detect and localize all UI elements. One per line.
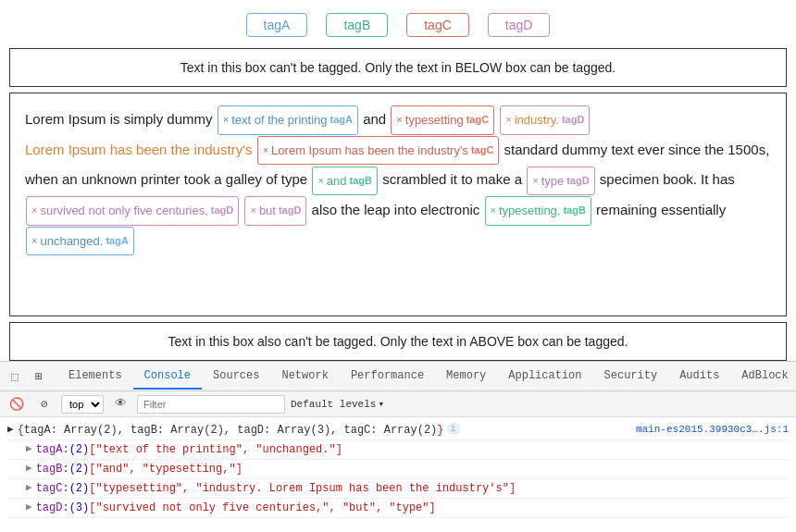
inline-tag-type-d[interactable]: × type tagD — [527, 167, 594, 195]
info-box-bottom: Text in this box also can't be tagged. O… — [9, 322, 787, 361]
tag-btn-b[interactable]: tagB — [326, 13, 388, 37]
source-link-main[interactable]: main-es2015.39930c3….js:1 — [636, 422, 789, 438]
console-line-tagc: ▶ tagC : (2) ["typesetting", "industry. … — [7, 479, 789, 499]
remove-tag-printing-a[interactable]: × — [223, 109, 229, 130]
remove-tag-survived-d[interactable]: × — [31, 200, 37, 221]
inline-tag-printing-a[interactable]: × text of the printing tagA — [218, 105, 358, 134]
tag-text-but: but — [259, 198, 276, 223]
tab-application[interactable]: Application — [497, 364, 592, 390]
colon-tagd: : — [62, 500, 68, 516]
default-levels-label: Default levels — [291, 399, 376, 410]
colon-tagb: : — [62, 461, 68, 477]
expand-arrow-tagc[interactable]: ▶ — [26, 480, 32, 496]
remove-tag-type-d[interactable]: × — [532, 170, 538, 192]
text-also-the: also the leap into electronic — [312, 202, 484, 217]
filter-input[interactable] — [137, 395, 285, 414]
info-box-bottom-text: Text in this box also can't be tagged. O… — [168, 334, 628, 349]
remove-tag-lorem-c[interactable]: × — [263, 140, 268, 161]
key-tagd: tagD — [36, 500, 63, 516]
num-tagb: (2) — [69, 461, 90, 477]
colon-taga: : — [62, 441, 68, 458]
tab-audits[interactable]: Audits — [668, 364, 730, 390]
remove-tag-unchanged-a[interactable]: × — [31, 230, 37, 252]
info-icon: i — [447, 422, 460, 435]
devtools-panel: ⬚ ⊞ Elements Console Sources Network Per… — [0, 361, 796, 532]
inline-tag-survived-d[interactable]: × survived not only five centuries, tagD — [26, 196, 239, 225]
console-line-tagd: ▶ tagD : (3) ["survived not only five ce… — [7, 499, 789, 518]
val-tagc: ["typesetting", "industry. Lorem Ipsum h… — [89, 480, 516, 497]
clear-console-icon[interactable]: 🚫 — [6, 393, 28, 415]
expand-arrow-taga[interactable]: ▶ — [26, 441, 32, 457]
info-box-top-text: Text in this box can't be tagged. Only t… — [180, 60, 616, 75]
tag-text-typesetting1: typesetting — [405, 107, 464, 132]
tab-security[interactable]: Security — [593, 364, 669, 390]
expand-arrow-tagd[interactable]: ▶ — [26, 500, 32, 515]
tab-memory[interactable]: Memory — [435, 364, 497, 390]
inline-tag-typesetting-c[interactable]: × typesetting tagC — [391, 105, 494, 134]
num-taga: (2) — [69, 441, 90, 458]
key-tagc: tagC — [36, 480, 63, 497]
text-and: and — [363, 111, 390, 127]
console-line-taga: ▶ tagA : (2) ["text of the printing", "u… — [7, 440, 789, 460]
remove-tag-but-d[interactable]: × — [250, 200, 255, 221]
console-line-main: ▶ {tagA: Array(2), tagB: Array(2), tagD:… — [7, 421, 789, 440]
tag-text-and: and — [327, 168, 347, 193]
key-tagb: tagB — [36, 461, 63, 477]
chevron-down-icon: ▾ — [378, 398, 384, 410]
inline-tag-unchanged-a[interactable]: × unchanged. tagA — [26, 227, 134, 255]
devtools-icons: ⬚ ⊞ — [4, 365, 50, 388]
tag-btn-d[interactable]: tagD — [488, 13, 551, 37]
num-tagd: (3) — [69, 500, 90, 516]
expand-arrow-tagb[interactable]: ▶ — [26, 461, 32, 476]
tag-text-survived: survived not only five centuries, — [40, 198, 207, 223]
tag-text-lorem-c: Lorem Ipsum has been the industry's — [271, 138, 468, 163]
tab-network[interactable]: Network — [270, 364, 339, 390]
console-obj-text: {tagA: Array(2), tagB: Array(2), tagD: A… — [18, 422, 444, 439]
tag-text-printing: text of the printing — [231, 107, 327, 132]
inline-tag-but-d[interactable]: × but tagD — [244, 196, 306, 225]
remove-tag-typesetting-c[interactable]: × — [396, 109, 402, 130]
val-taga: ["text of the printing", "unchanged."] — [89, 441, 342, 458]
tag-text-unchanged: unchanged. — [40, 229, 103, 254]
text-lorem-orange: Lorem Ipsum has been the industry's — [25, 142, 256, 157]
context-select[interactable]: top — [61, 395, 104, 414]
tag-btn-a[interactable]: tagA — [246, 13, 308, 37]
filter-toggle-icon[interactable]: ⊘ — [33, 393, 56, 415]
val-tagd: ["survived not only five centuries,", "b… — [89, 500, 435, 516]
text-remaining: remaining essentially — [596, 202, 726, 217]
tab-console[interactable]: Console — [133, 364, 202, 390]
tag-btn-c[interactable]: tagC — [406, 13, 469, 37]
text-scrambled: scrambled it to make a — [382, 171, 526, 187]
main-content: tagA tagB tagC tagD Text in this box can… — [0, 0, 796, 361]
key-taga: tagA — [36, 441, 63, 458]
devtools-content: ▶ {tagA: Array(2), tagB: Array(2), tagD:… — [0, 417, 796, 532]
remove-tag-industry-d[interactable]: × — [505, 109, 511, 130]
tag-text-typesetting2: typesetting, — [499, 198, 561, 223]
device-icon[interactable]: ⊞ — [28, 365, 50, 388]
devtools-toolbar: 🚫 ⊘ top 👁 Default levels ▾ — [0, 391, 796, 417]
remove-tag-typesetting-b[interactable]: × — [491, 200, 496, 221]
text-area[interactable]: Lorem Ipsum is simply dummy × text of th… — [9, 93, 787, 316]
tab-performance[interactable]: Performance — [340, 364, 435, 390]
remove-tag-and-b[interactable]: × — [317, 170, 323, 192]
tag-text-industry: industry. — [515, 107, 559, 132]
text-specimen: specimen book. It has — [600, 171, 735, 187]
tab-elements[interactable]: Elements — [57, 364, 133, 390]
num-tagc: (2) — [69, 480, 90, 497]
text-lorem-start: Lorem Ipsum is simply dummy — [25, 111, 217, 127]
inline-tag-and-b[interactable]: × and tagB — [312, 167, 378, 195]
tag-text-type: type — [541, 168, 565, 193]
tab-adblock[interactable]: AdBlock — [730, 364, 796, 390]
devtools-tabs: ⬚ ⊞ Elements Console Sources Network Per… — [0, 362, 796, 391]
eye-icon[interactable]: 👁 — [109, 393, 131, 415]
inspect-icon[interactable]: ⬚ — [4, 365, 26, 388]
inline-tag-typesetting-b[interactable]: × typesetting, tagB — [485, 196, 591, 225]
inline-tag-lorem-c[interactable]: × Lorem Ipsum has been the industry's ta… — [257, 136, 500, 165]
expand-arrow-main[interactable]: ▶ — [7, 422, 14, 438]
info-box-top: Text in this box can't be tagged. Only t… — [9, 48, 787, 87]
tab-sources[interactable]: Sources — [202, 364, 270, 390]
inline-tag-industry-d[interactable]: × industry. tagD — [500, 105, 590, 134]
colon-tagc: : — [62, 480, 68, 497]
val-tagb: ["and", "typesetting,"] — [89, 461, 243, 477]
default-levels-dropdown[interactable]: Default levels ▾ — [291, 398, 384, 410]
